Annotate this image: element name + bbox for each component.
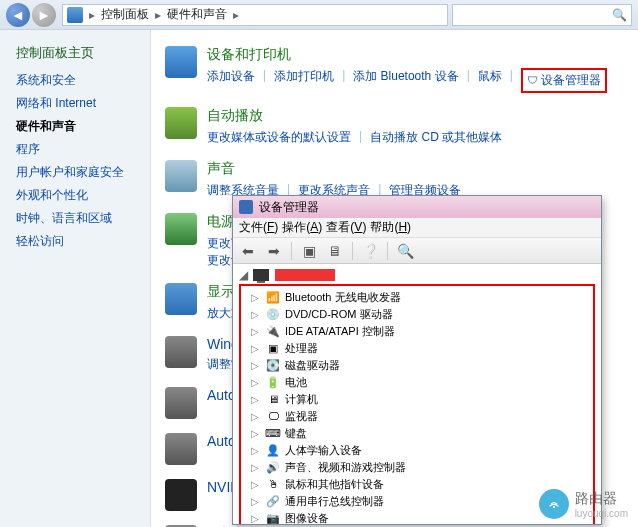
category-link[interactable]: 添加打印机 xyxy=(274,68,334,93)
tree-node[interactable]: ▷🔋电池 xyxy=(243,374,591,390)
toolbar: ⬅ ➡ ▣ 🖥 ❔ 🔍 xyxy=(233,238,601,264)
sidebar-item[interactable]: 系统和安全 xyxy=(16,72,140,89)
window-titlebar[interactable]: 设备管理器 xyxy=(233,196,601,218)
tree-node[interactable]: ▷💽磁盘驱动器 xyxy=(243,357,591,373)
category-row: 设备和打印机添加设备|添加打印机|添加 Bluetooth 设备|鼠标|设备管理… xyxy=(165,46,624,93)
node-label: 监视器 xyxy=(285,409,318,424)
node-label: 鼠标和其他指针设备 xyxy=(285,477,384,492)
tree-node[interactable]: ▷🔌IDE ATA/ATAPI 控制器 xyxy=(243,323,591,339)
expand-icon[interactable]: ▷ xyxy=(251,309,261,320)
category-icon xyxy=(165,387,197,419)
sidebar-item[interactable]: 轻松访问 xyxy=(16,233,140,250)
node-icon: 🖱 xyxy=(265,477,281,491)
category-title[interactable]: 设备和打印机 xyxy=(207,46,624,64)
node-label: 人体学输入设备 xyxy=(285,443,362,458)
category-link[interactable]: 添加设备 xyxy=(207,68,255,93)
expand-icon[interactable]: ▷ xyxy=(251,292,261,303)
tb-computer[interactable]: 🖥 xyxy=(324,241,346,261)
device-manager-link-highlight: 设备管理器 xyxy=(521,68,607,93)
tb-fwd[interactable]: ➡ xyxy=(263,241,285,261)
device-manager-window: 设备管理器 文件(F)操作(A)查看(V)帮助(H) ⬅ ➡ ▣ 🖥 ❔ 🔍 ◢… xyxy=(232,195,602,525)
menu-item[interactable]: 查看(V) xyxy=(326,219,366,236)
category-link[interactable]: 更改媒体或设备的默认设置 xyxy=(207,129,351,146)
node-icon: 💽 xyxy=(265,358,281,372)
breadcrumb[interactable]: ▸ 控制面板 ▸ 硬件和声音 ▸ xyxy=(62,4,448,26)
chevron-right-icon: ▸ xyxy=(233,8,239,22)
expand-icon[interactable]: ▷ xyxy=(251,377,261,388)
node-label: 磁盘驱动器 xyxy=(285,358,340,373)
back-button[interactable]: ◄ xyxy=(6,3,30,27)
tree-node[interactable]: ▷▣处理器 xyxy=(243,340,591,356)
category-icon xyxy=(165,213,197,245)
sidebar-item[interactable]: 外观和个性化 xyxy=(16,187,140,204)
device-manager-icon xyxy=(239,200,253,214)
node-label: Bluetooth 无线电收发器 xyxy=(285,290,401,305)
node-label: 键盘 xyxy=(285,426,307,441)
node-label: 电池 xyxy=(285,375,307,390)
category-icon xyxy=(165,283,197,315)
tb-scan[interactable]: 🔍 xyxy=(394,241,416,261)
category-links: 添加设备|添加打印机|添加 Bluetooth 设备|鼠标|设备管理器 xyxy=(207,68,624,93)
sidebar-item[interactable]: 网络和 Internet xyxy=(16,95,140,112)
device-manager-link[interactable]: 设备管理器 xyxy=(527,72,601,89)
expand-icon[interactable]: ▷ xyxy=(251,326,261,337)
expand-icon[interactable]: ▷ xyxy=(251,513,261,524)
address-bar: ◄ ► ▸ 控制面板 ▸ 硬件和声音 ▸ 🔍 xyxy=(0,0,638,30)
node-label: DVD/CD-ROM 驱动器 xyxy=(285,307,393,322)
node-icon: ▣ xyxy=(265,341,281,355)
menu-item[interactable]: 操作(A) xyxy=(282,219,322,236)
computer-icon xyxy=(253,269,269,281)
tree-node[interactable]: ▷💿DVD/CD-ROM 驱动器 xyxy=(243,306,591,322)
expand-icon[interactable]: ▷ xyxy=(251,462,261,473)
expand-icon[interactable]: ▷ xyxy=(251,343,261,354)
node-icon: 🔗 xyxy=(265,494,281,508)
control-panel-icon xyxy=(67,7,83,23)
sidebar-item[interactable]: 时钟、语言和区域 xyxy=(16,210,140,227)
category-icon xyxy=(165,160,197,192)
breadcrumb-root[interactable]: 控制面板 xyxy=(97,6,153,23)
tree-root[interactable]: ◢ xyxy=(239,268,595,282)
svg-point-2 xyxy=(553,506,555,508)
expand-icon[interactable]: ▷ xyxy=(251,394,261,405)
menu-item[interactable]: 帮助(H) xyxy=(370,219,411,236)
device-tree: ◢ ▷📶Bluetooth 无线电收发器▷💿DVD/CD-ROM 驱动器▷🔌ID… xyxy=(233,264,601,524)
tree-node[interactable]: ▷📶Bluetooth 无线电收发器 xyxy=(243,289,591,305)
tb-properties[interactable]: ▣ xyxy=(298,241,320,261)
tree-node[interactable]: ▷🖵监视器 xyxy=(243,408,591,424)
sidebar-item[interactable]: 硬件和声音 xyxy=(16,118,140,135)
expand-icon[interactable]: ▷ xyxy=(251,411,261,422)
tree-node[interactable]: ▷🔊声音、视频和游戏控制器 xyxy=(243,459,591,475)
collapse-icon[interactable]: ◢ xyxy=(239,268,249,282)
tb-help[interactable]: ❔ xyxy=(359,241,381,261)
sidebar-item[interactable]: 程序 xyxy=(16,141,140,158)
tree-node[interactable]: ▷👤人体学输入设备 xyxy=(243,442,591,458)
tb-back[interactable]: ⬅ xyxy=(237,241,259,261)
category-title[interactable]: 自动播放 xyxy=(207,107,624,125)
sidebar: 控制面板主页 系统和安全网络和 Internet硬件和声音程序用户帐户和家庭安全… xyxy=(0,30,150,527)
category-link[interactable]: 自动播放 CD 或其他媒体 xyxy=(370,129,502,146)
tree-node[interactable]: ▷🖥计算机 xyxy=(243,391,591,407)
node-icon: 🖥 xyxy=(265,392,281,406)
search-icon: 🔍 xyxy=(612,8,627,22)
search-input[interactable]: 🔍 xyxy=(452,4,632,26)
expand-icon[interactable]: ▷ xyxy=(251,479,261,490)
chevron-right-icon: ▸ xyxy=(155,8,161,22)
menu-item[interactable]: 文件(F) xyxy=(239,219,278,236)
tree-node[interactable]: ▷⌨键盘 xyxy=(243,425,591,441)
expand-icon[interactable]: ▷ xyxy=(251,445,261,456)
expand-icon[interactable]: ▷ xyxy=(251,428,261,439)
sidebar-item[interactable]: 用户帐户和家庭安全 xyxy=(16,164,140,181)
category-link[interactable]: 添加 Bluetooth 设备 xyxy=(353,68,458,93)
node-icon: 👤 xyxy=(265,443,281,457)
node-icon: 📶 xyxy=(265,290,281,304)
sidebar-title[interactable]: 控制面板主页 xyxy=(16,44,140,62)
category-link[interactable]: 鼠标 xyxy=(478,68,502,93)
expand-icon[interactable]: ▷ xyxy=(251,496,261,507)
node-label: IDE ATA/ATAPI 控制器 xyxy=(285,324,395,339)
category-title[interactable]: 声音 xyxy=(207,160,624,178)
breadcrumb-section[interactable]: 硬件和声音 xyxy=(163,6,231,23)
forward-button[interactable]: ► xyxy=(32,3,56,27)
chevron-right-icon: ▸ xyxy=(89,8,95,22)
expand-icon[interactable]: ▷ xyxy=(251,360,261,371)
category-icon xyxy=(165,479,197,511)
